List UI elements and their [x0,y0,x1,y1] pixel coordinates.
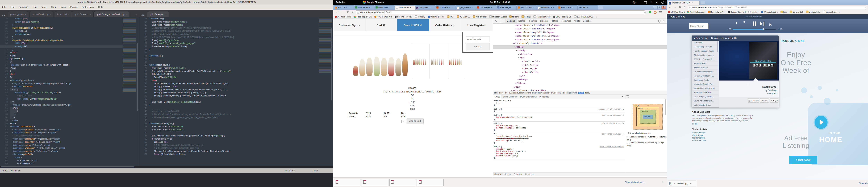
devtools-tab-sources[interactable]: Sources [528,19,538,24]
extension-icon[interactable] [654,11,656,14]
style-rule[interactable]: element.style { : ;} [493,99,625,107]
code-line[interactable]: 28function fetchProuct(){ [140,64,318,67]
boxmodel-content[interactable]: 400 × 40 [643,115,653,119]
nav-customer-sig-[interactable]: Customer Sig... [333,20,365,31]
bookmark-webmin-1-660-o[interactable]: Webmin 1.660 o [761,10,778,14]
tab-close-icon[interactable]: × [165,13,166,15]
code-line[interactable]: 40 $this->load->view('quickOrder_product… [140,101,318,104]
code-line[interactable]: 34 $data=$this->product_model->fetchProd… [140,82,318,85]
code-line[interactable]: 26 display:block; [0,30,123,33]
progress-bar[interactable] [733,29,776,30]
code-line[interactable]: 68 <tr><th>Quantity</th> [0,159,123,162]
editor-tab-quickOrder.css[interactable]: quickOrder.css× [72,11,94,17]
devtools-tab-console[interactable]: Console [581,19,592,24]
nav-order-history[interactable]: Order History [429,20,461,31]
bookmark-timesify[interactable]: Timesify [415,15,425,19]
code-line[interactable]: 38<?php [0,67,123,70]
dom-tree-row[interactable]: <td>5.75</td> [493,63,667,67]
code-line[interactable]: 31 text-align: left; [0,45,123,48]
code-line[interactable]: 50 <img src="http://www.turtleking.com/i… [0,104,123,107]
add-to-cart-button[interactable]: Add to Cart [407,118,424,124]
code-line[interactable]: 55 // $_SESSION['userType']=$result[0]->… [140,147,318,150]
boxmodel-border[interactable]: border − − − − padding − − − − 400 × 40 [637,107,659,126]
breadcrumb-tbody[interactable]: tbody [585,92,590,94]
code-line[interactable]: 47 // echo FCPATH [0,95,123,98]
header-station-ticker[interactable]: Smooth Jazz Radio [746,15,762,18]
code-line[interactable]: 49 $this->load->model('order_model'); [140,128,318,132]
dom-tree-row[interactable]: ▶<div class="order">…</div> [493,89,667,91]
bookmark-ups-fedex-us[interactable]: UPS, FedEx & US [553,15,571,19]
system-menu-caret-icon[interactable]: ▾ [664,1,665,3]
code-line[interactable]: 56</div> [0,122,123,125]
tab-close-icon[interactable]: × [126,13,127,15]
computed-property[interactable]: ▸ -webkit-border-vertical-spacing: 0px; [627,141,667,147]
code-line[interactable]: 21 $data['mainPHP_l'] = 'search_product_… [140,42,318,45]
code-line[interactable]: 34<?php [0,54,123,58]
code-line[interactable]: 40else{ [0,73,123,76]
bookmark-star-icon[interactable]: ☆ [644,10,646,13]
close-shelf-icon[interactable]: × [662,181,663,183]
menu-project[interactable]: Project [68,4,79,10]
volume-icon[interactable]: ) [770,23,772,26]
code-line[interactable]: 53 } [0,113,123,116]
code-line[interactable]: 66 <div class='priceGrid'> [0,153,123,156]
station-list[interactable]: ⇄ ShuffleGeorge Lopez RadioFamily Tradit… [692,41,719,107]
station-eminem-radio[interactable]: Eminem Radio [692,62,719,66]
editor-pane-right[interactable]: 13function index(){14 $this->load->model… [140,17,318,166]
code-line[interactable]: 13function index(){ [140,17,318,21]
code-line[interactable]: 45 <?php [0,88,123,91]
breadcrumb-div.productDetail[interactable]: div.productDetail [551,92,565,94]
style-rule[interactable]: bootstrap.min.css:5table {border-spacing… [493,121,625,132]
show-all-downloads-link[interactable]: Show all downloads... [625,181,645,184]
tab-close-icon[interactable]: × [553,6,554,8]
editor-tab-product_model.p[interactable]: product_model.p [8,11,28,17]
code-line[interactable]: 55 </div> [0,119,123,122]
code-line[interactable]: 14 $this->load->model('category_model'); [140,21,318,24]
bookmark-linux[interactable]: linux [780,10,787,14]
tab-close-icon[interactable]: × [430,6,431,8]
dom-tree-row[interactable]: <td>4.9</td> [493,67,667,71]
code-line[interactable]: 49 ?> [0,101,123,104]
sidebar-tab-event-listeners[interactable]: Event Listeners [502,95,519,99]
dom-tree-row[interactable]: </tr> [493,74,667,78]
inspect-element-icon[interactable] [495,20,497,23]
pause-button[interactable] [753,22,754,26]
console-tab-emulation[interactable]: Emulation [512,173,524,175]
browser-tab-componen[interactable]: BComponen× [415,5,436,10]
stylesheet-link[interactable]: inspector-stylesheet:1 [598,108,624,110]
browser-tab-url-helper[interactable]: URL Helper× [476,5,497,10]
code-line[interactable]: 36?> [0,61,123,64]
browser-tab-on-hover-[interactable]: gon('hover' - (× [537,5,558,10]
tab-close-icon[interactable]: × [691,2,692,4]
devtools-tab-resources[interactable]: Resources [559,19,572,24]
bookmark-node-js[interactable]: node.js [522,15,530,19]
bookmark-how-to-write-a-h[interactable]: How To Write A H [374,15,392,19]
code-line[interactable]: 54 ?> [0,116,123,119]
code-line[interactable]: 43 // echo json_encode($data[0]); [140,110,318,113]
bookmark-js-and-css[interactable]: JS and CSS [457,15,470,19]
code-line[interactable]: 67 <table> [0,156,123,159]
breadcrumb-div.priceGrid[interactable]: div.priceGrid [566,92,577,94]
sidebar-tab-properties[interactable]: Properties [538,95,550,99]
tab-close-icon[interactable]: × [587,6,588,8]
browser-tab-get-where-e[interactable]: gget_where e× [456,5,476,10]
code-line[interactable]: 43 <img src="http://www.turtleking.com/i… [0,82,123,85]
bookmark-sublime-text-keyl[interactable]: Sublime Text Keyl [395,15,412,19]
code-line[interactable]: 23} [140,48,318,51]
editor-tab-quickOrder_productDetail.php[interactable]: quickOrder_productDetail.php× [94,11,129,17]
sublime-editor[interactable]: 22 margin: 2px 0;23 border: 1px solid #e… [0,17,333,166]
menu-selection[interactable]: Selection [17,4,30,10]
bookmark-10-mod-rewrit[interactable]: 10+ Mod_Rewrit [668,10,684,14]
style-rule[interactable]: user agent stylesheettable {display: tab… [493,145,625,160]
code-line[interactable]: 22 $this->load->view('quickOrder', $data… [140,45,318,48]
similar-artist-link[interactable]: Wayne Krantz [692,134,779,137]
breadcrumb-div[interactable]: div [505,92,507,94]
code-line[interactable]: 64 <span class='wholesale'><?=$wholesale… [0,147,123,150]
track-artist[interactable]: by Bob Berg [765,89,776,91]
menu-help[interactable]: Help [96,4,105,10]
code-line[interactable]: 45 // $this->load->view('search_product_… [140,116,318,119]
product-side-view[interactable] [430,44,447,79]
tab-close-icon[interactable]: × [348,6,349,8]
sidebar-tab-dom-breakpoints[interactable]: DOM Breakpoints [519,95,538,99]
clock[interactable]: Sat 10 Jan, 19:09:38 [333,1,666,3]
